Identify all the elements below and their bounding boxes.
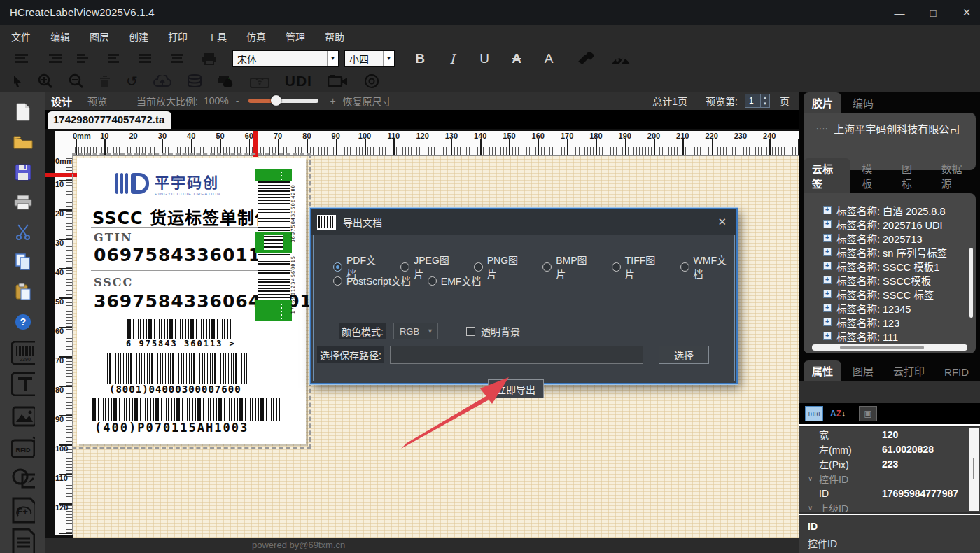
property-scrollbar[interactable] (969, 428, 979, 511)
list-icon[interactable] (77, 53, 92, 64)
transparent-bg-checkbox[interactable] (466, 327, 475, 336)
text-tool-icon[interactable] (11, 373, 35, 396)
tab-cloud-3[interactable]: 数据源 (933, 158, 980, 193)
restore-size-button[interactable]: 恢复原尺寸 (343, 94, 392, 108)
label-page[interactable]: 平宇码创 PINGYU CODE CREATION SSCC 货运标签单制作 G… (77, 158, 306, 444)
radio-dot[interactable] (333, 262, 342, 272)
cursor-icon[interactable] (13, 75, 22, 88)
zoom-minus-button[interactable]: - (236, 95, 239, 106)
zoom-in-icon[interactable] (38, 74, 53, 89)
undo-icon[interactable]: ↺ (126, 74, 138, 88)
tab-prop-1[interactable]: 图层 (844, 360, 882, 381)
gtin-value[interactable]: 06975843360113 (94, 245, 274, 265)
vertical-barcode[interactable]: 3697584336064200 1706901234560015 (258, 170, 290, 319)
palette-icon[interactable] (610, 52, 631, 66)
label-list-item[interactable]: +标签名称: 白酒 2025.8.8 (823, 203, 976, 217)
print-icon[interactable] (202, 52, 217, 65)
help-icon[interactable]: ? (11, 312, 35, 332)
close-button[interactable]: ✕ (959, 6, 974, 19)
expand-icon[interactable]: + (823, 290, 832, 298)
radio-dot[interactable] (333, 276, 342, 286)
align-center-icon[interactable] (169, 53, 185, 64)
tab-film-1[interactable]: 编码 (844, 92, 882, 113)
menu-item-4[interactable]: 打印 (168, 29, 188, 43)
property-row[interactable]: ∨控件ID (799, 471, 980, 486)
chevron-icon[interactable]: ∨ (799, 504, 811, 512)
dialog-close-button[interactable]: ✕ (718, 216, 727, 228)
label-list-item[interactable]: +标签名称: 111 (823, 329, 976, 343)
cut-icon[interactable] (11, 222, 35, 243)
menu-item-5[interactable]: 工具 (207, 29, 227, 43)
cloud-print-icon[interactable] (218, 74, 234, 88)
property-row[interactable]: 宽120 (799, 427, 980, 442)
print-document-icon[interactable] (11, 192, 35, 213)
italic-button[interactable]: I (445, 51, 459, 66)
menu-item-8[interactable]: 帮助 (325, 29, 344, 43)
open-folder-icon[interactable] (11, 132, 35, 153)
gtin-label[interactable]: GTIN (94, 231, 133, 244)
font-color-button[interactable]: A (542, 51, 556, 66)
tab-preview[interactable]: 预览 (88, 94, 107, 108)
tab-prop-0[interactable]: 属性 (804, 360, 841, 381)
cloud-upload-icon[interactable] (153, 75, 172, 88)
dialog-title-bar[interactable]: 导出文档 — ✕ (312, 209, 736, 234)
paste-icon[interactable] (11, 281, 35, 302)
expand-icon[interactable]: + (823, 318, 832, 326)
font-size-select[interactable]: 小四 ▼ (344, 50, 395, 67)
brush-icon[interactable] (577, 52, 595, 66)
expand-icon[interactable]: + (823, 276, 832, 284)
sscc-label[interactable]: SSCC (94, 276, 133, 289)
zoom-slider[interactable] (248, 99, 318, 103)
property-row[interactable]: 左(mm)61.0020828 (799, 442, 980, 456)
tab-cloud-0[interactable]: 云标签 (804, 158, 850, 193)
zoom-slider-thumb[interactable] (271, 95, 281, 106)
dialog-minimize-button[interactable]: — (690, 216, 701, 228)
copy-icon[interactable] (11, 251, 35, 272)
label-list-item[interactable]: +标签名称: 123 (823, 315, 976, 329)
radio-dot[interactable] (428, 276, 437, 286)
document-lines-tool-icon[interactable] (11, 531, 35, 553)
label-list-item[interactable]: +标签名称: 2025716 UDI (823, 217, 976, 231)
justify-icon[interactable] (139, 53, 154, 64)
radio-option-6[interactable]: PostScript文档 (333, 274, 411, 288)
company-logo[interactable]: 平宇码创 PINGYU CODE CREATION (115, 168, 266, 199)
company-item[interactable]: 上海平宇码创科技有限公司 (834, 121, 960, 136)
expand-icon[interactable]: + (823, 206, 832, 214)
label-list-item[interactable]: +标签名称: SSCC 标签 (823, 287, 976, 301)
chevron-icon[interactable]: ∨ (799, 475, 811, 482)
menu-item-3[interactable]: 创建 (129, 29, 148, 43)
property-row[interactable]: ∨上级ID (799, 500, 980, 512)
radio-dot[interactable] (474, 262, 483, 272)
wifi-device-icon[interactable] (250, 74, 270, 88)
sort-az-icon[interactable]: AZ↓ (829, 406, 847, 421)
expand-icon[interactable]: + (823, 248, 832, 256)
rfid-tool-icon[interactable]: RFID (11, 436, 35, 458)
radio-option-2[interactable]: PNG图片 (474, 253, 526, 281)
database-icon[interactable] (187, 74, 202, 88)
list-vertical-scrollbar[interactable] (969, 248, 973, 318)
radio-dot[interactable] (612, 262, 621, 272)
radio-option-4[interactable]: TIFF图片 (612, 253, 664, 281)
chevron-down-icon[interactable]: ▼ (383, 51, 394, 66)
page-number-spinner[interactable]: 1 ▲▼ (745, 94, 770, 108)
menu-item-6[interactable]: 仿真 (246, 29, 266, 43)
chevron-down-icon[interactable]: ▼ (327, 51, 338, 66)
tab-prop-3[interactable]: RFID (936, 363, 977, 381)
font-family-select[interactable]: 宋体 ▼ (232, 50, 339, 67)
expand-icon[interactable]: + (823, 234, 832, 242)
property-row[interactable]: 左(Pix)223 (799, 456, 980, 471)
expand-icon[interactable]: + (823, 220, 832, 228)
label-list-item[interactable]: +标签名称: 12345 (823, 301, 976, 315)
gs1-128-barcode-2[interactable] (92, 398, 280, 421)
function-tool-icon[interactable]: F+ (11, 499, 35, 522)
maximize-button[interactable]: □ (925, 7, 941, 19)
label-list-item[interactable]: +标签名称: SSCC 模板1 (823, 259, 976, 273)
label-list-item[interactable]: +标签名称: SSCC模板 (823, 273, 976, 287)
new-document-icon[interactable] (11, 102, 35, 122)
document-tab[interactable]: 17429807774057472.ta (48, 111, 172, 129)
spinner-down-icon[interactable]: ▼ (761, 101, 769, 107)
menu-item-7[interactable]: 管理 (286, 29, 305, 43)
image-tool-icon[interactable] (11, 405, 35, 427)
list-horizontal-scrollbar[interactable] (812, 344, 967, 351)
radio-dot[interactable] (680, 262, 690, 272)
